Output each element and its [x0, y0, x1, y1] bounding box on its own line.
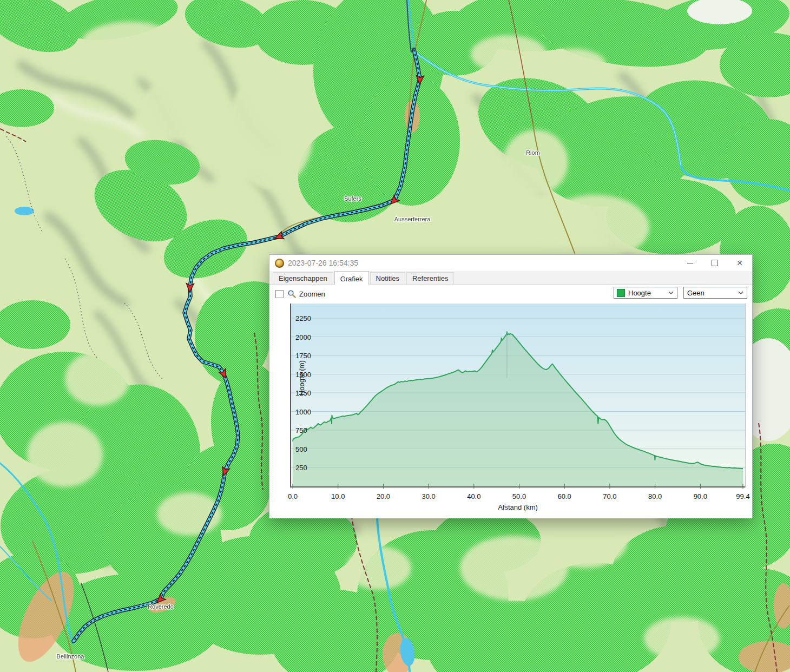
x-tick-label: 0.0: [288, 492, 298, 500]
map-label: Bellinzona: [57, 653, 85, 660]
zoomen-label: Zoomen: [299, 290, 325, 298]
maximize-icon: [712, 260, 718, 266]
y-tick-label: 250: [295, 464, 307, 472]
secondary-select-value: Geen: [687, 289, 738, 297]
x-tick-label: 40.0: [467, 492, 480, 500]
tab-referenties[interactable]: Referenties: [406, 272, 454, 284]
map-label: Riom: [526, 149, 540, 156]
y-tick-label: 1000: [295, 408, 311, 416]
grafiek-panel: Zoomen Hoogte Geen Hoogte (m) 2505007: [269, 285, 752, 518]
minimize-icon: [687, 263, 693, 263]
tab-eigenschappen[interactable]: Eigenschappen: [273, 272, 333, 284]
map-viewport[interactable]: RiomAusserferreraSufersRoveredoBellinzon…: [0, 0, 790, 672]
x-tick-label: 50.0: [512, 492, 526, 500]
secondary-select[interactable]: Geen: [683, 287, 747, 299]
track-dialog: 2023-07-26 16:54:35 ✕ Eigenschappen Graf…: [269, 254, 753, 518]
minimize-button[interactable]: [677, 255, 702, 271]
y-tick-label: 2000: [295, 333, 311, 341]
x-tick-label: 20.0: [377, 492, 390, 500]
series-select-value: Hoogte: [628, 289, 668, 297]
tab-notities[interactable]: Notities: [370, 272, 405, 284]
x-tick-label: 60.0: [558, 492, 571, 500]
close-button[interactable]: ✕: [727, 255, 752, 271]
y-tick-label: 500: [295, 445, 307, 453]
map-label: Sufers: [344, 195, 361, 202]
elevation-chart[interactable]: Hoogte (m) 25050075010001250150017502000…: [290, 304, 746, 508]
dialog-titlebar[interactable]: 2023-07-26 16:54:35 ✕: [269, 255, 752, 271]
track-medal-icon: [275, 259, 284, 268]
tab-grafiek[interactable]: Grafiek: [334, 271, 369, 285]
map-label: Ausserferrera: [394, 216, 431, 222]
series-swatch: [617, 289, 625, 297]
map-label: Roveredo: [148, 603, 174, 610]
x-tick-label: 99.4: [736, 492, 749, 500]
chevron-down-icon: [668, 291, 674, 294]
y-tick-label: 750: [295, 426, 307, 434]
tab-bar: Eigenschappen Grafiek Notities Referenti…: [269, 271, 752, 285]
x-tick-label: 70.0: [603, 492, 616, 500]
x-tick-label: 30.0: [422, 492, 435, 500]
close-icon: ✕: [736, 259, 743, 267]
x-tick-label: 80.0: [648, 492, 662, 500]
y-axis-title: Hoogte (m): [298, 354, 306, 403]
maximize-button[interactable]: [702, 255, 727, 271]
x-axis-title: Afstand (km): [290, 503, 746, 511]
x-tick-label: 90.0: [694, 492, 707, 500]
zoomen-checkbox[interactable]: [275, 290, 284, 298]
series-select[interactable]: Hoogte: [614, 287, 677, 299]
magnifier-icon: [287, 289, 296, 298]
chevron-down-icon: [738, 291, 743, 294]
y-tick-label: 2250: [295, 314, 311, 322]
dialog-title: 2023-07-26 16:54:35: [288, 259, 358, 267]
x-tick-label: 10.0: [331, 492, 345, 500]
